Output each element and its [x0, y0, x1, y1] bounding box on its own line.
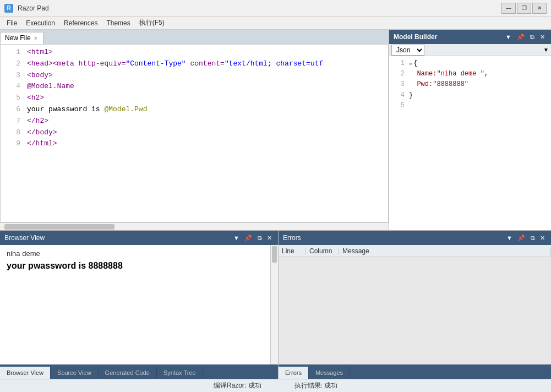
json-line-num-5: 5: [391, 101, 405, 111]
code-content-4: @Model.Name: [27, 81, 74, 92]
minimize-button[interactable]: —: [501, 3, 516, 14]
json-selector-bar: Json ▼: [389, 44, 551, 56]
tab-syntax-tree[interactable]: Syntax Tree: [157, 367, 203, 379]
code-content-9: </html>: [27, 138, 57, 150]
tab-source-view[interactable]: Source View: [51, 367, 99, 379]
code-line-4: 4 @Model.Name: [1, 81, 388, 92]
json-line-1: 1 ▬{: [389, 58, 551, 69]
model-builder-header: Model Builder ▼ 📌 ⧉ ✕: [389, 30, 551, 44]
close-button[interactable]: ✕: [532, 3, 547, 14]
model-builder-title: Model Builder: [394, 33, 437, 41]
tab-messages[interactable]: Messages: [309, 367, 350, 379]
errors-restore-icon[interactable]: ⧉: [529, 235, 537, 241]
json-line-num-1: 1: [391, 58, 405, 69]
title-bar: R Razor Pad — ❐ ✕: [0, 0, 551, 17]
json-line-num-2: 2: [391, 69, 405, 79]
tab-errors[interactable]: Errors: [279, 367, 309, 379]
code-editor[interactable]: 1 <html> 2 <head><meta http-equiv="Conte…: [0, 44, 389, 222]
menu-file[interactable]: File: [2, 18, 21, 28]
browser-view-tabs: Browser View Source View Generated Code …: [0, 364, 278, 379]
bottom-section: Browser View ▼ 📌 ⧉ ✕ niha deme your pwas…: [0, 230, 551, 379]
json-content-5: [409, 101, 413, 111]
tab-label: New File: [5, 34, 31, 42]
errors-col-line: Line: [279, 247, 306, 255]
browser-view-pin-icon[interactable]: 📌: [243, 235, 254, 241]
code-line-8: 8 </body>: [1, 127, 388, 139]
json-content-4: }: [409, 90, 413, 101]
menu-execution[interactable]: Execution: [21, 18, 59, 28]
browser-view-panel: Browser View ▼ 📌 ⧉ ✕ niha deme your pwas…: [0, 231, 279, 379]
code-line-3: 3 <body>: [1, 70, 388, 81]
errors-panel-header: Errors ▼ 📌 ⧉ ✕: [279, 231, 551, 245]
main-area: New File × 1 <html> 2 <head><meta http-e…: [0, 30, 551, 230]
json-content-3: Pwd:"8888888": [409, 79, 468, 90]
model-builder-restore-icon[interactable]: ⧉: [528, 34, 536, 41]
tab-close-icon[interactable]: ×: [33, 35, 39, 41]
code-content-2: <head><meta http-equiv="Content-Type" co…: [27, 58, 323, 70]
json-line-num-4: 4: [391, 90, 405, 101]
errors-col-message: Message: [339, 247, 551, 255]
code-content-8: </body>: [27, 127, 57, 139]
editor-hscroll[interactable]: [0, 222, 389, 230]
json-line-3: 3 Pwd:"8888888": [389, 79, 551, 90]
line-num-1: 1: [5, 47, 20, 58]
code-line-7: 7 </h2>: [1, 116, 388, 127]
code-content-3: <body>: [27, 70, 53, 81]
json-content-1: ▬{: [409, 58, 417, 69]
browser-view-controls: ▼ 📌 ⧉ ✕: [232, 234, 274, 242]
browser-view-content: niha deme your pwassword is 8888888: [0, 245, 278, 364]
line-num-3: 3: [5, 70, 20, 81]
browser-view-scrollbar[interactable]: [270, 245, 278, 364]
json-line-5: 5: [389, 101, 551, 111]
json-line-4: 4 }: [389, 90, 551, 101]
line-num-7: 7: [5, 116, 20, 127]
editor-hscroll-thumb: [4, 224, 114, 230]
editor-panel: New File × 1 <html> 2 <head><meta http-e…: [0, 30, 389, 230]
editor-tab-new-file[interactable]: New File ×: [0, 32, 43, 44]
window-controls: — ❐ ✕: [501, 3, 547, 14]
model-builder-pin-icon[interactable]: 📌: [515, 34, 526, 41]
errors-dropdown-icon[interactable]: ▼: [505, 235, 514, 241]
errors-col-column: Column: [306, 247, 339, 255]
tab-generated-code[interactable]: Generated Code: [99, 367, 157, 379]
restore-button[interactable]: ❐: [517, 3, 531, 14]
json-editor[interactable]: 1 ▬{ 2 Name:"niha deme ", 3 Pwd:"8888888…: [389, 56, 551, 230]
title-left: R Razor Pad: [4, 4, 49, 13]
code-content-1: <html>: [27, 47, 53, 58]
code-line-6: 6 your pwassword is @Model.Pwd: [1, 104, 388, 116]
errors-close-icon[interactable]: ✕: [538, 235, 547, 241]
model-builder-controls: ▼ 📌 ⧉ ✕: [504, 34, 547, 41]
model-builder-dropdown-icon[interactable]: ▼: [504, 34, 513, 40]
browser-view-close-icon[interactable]: ✕: [265, 235, 274, 241]
browser-view-scroll-thumb: [272, 246, 277, 263]
code-content-6: your pwassword is @Model.Pwd: [27, 104, 147, 116]
menu-execute[interactable]: 执行(F5): [135, 17, 169, 29]
code-line-2: 2 <head><meta http-equiv="Content-Type" …: [1, 58, 388, 70]
menu-themes[interactable]: Themes: [102, 18, 134, 28]
errors-pin-icon[interactable]: 📌: [516, 235, 527, 241]
code-line-1: 1 <html>: [1, 47, 388, 58]
browser-view-restore-icon[interactable]: ⧉: [256, 235, 264, 241]
model-builder-close-icon[interactable]: ✕: [538, 34, 547, 41]
line-num-5: 5: [5, 92, 20, 104]
code-content-7: </h2>: [27, 116, 48, 127]
code-content-5: <h2>: [27, 92, 44, 104]
line-num-6: 6: [5, 104, 20, 116]
menu-bar: File Execution References Themes 执行(F5): [0, 17, 551, 30]
browser-view-title: Browser View: [4, 234, 45, 242]
browser-view-header: Browser View ▼ 📌 ⧉ ✕: [0, 231, 278, 245]
json-line-num-3: 3: [391, 79, 405, 90]
errors-controls: ▼ 📌 ⧉ ✕: [505, 234, 547, 242]
line-num-2: 2: [5, 58, 20, 70]
browser-view-text1: niha deme: [7, 249, 271, 258]
app-title: Razor Pad: [18, 4, 49, 12]
json-type-selector[interactable]: Json: [391, 45, 424, 56]
code-line-9: 9 </html>: [1, 138, 388, 150]
code-line-5: 5 <h2>: [1, 92, 388, 104]
errors-tabs: Errors Messages: [279, 364, 551, 379]
browser-view-dropdown-icon[interactable]: ▼: [232, 235, 241, 241]
exec-label: 执行结果: 成功: [294, 381, 338, 390]
tab-browser-view[interactable]: Browser View: [0, 367, 51, 379]
menu-references[interactable]: References: [59, 18, 102, 28]
app-icon: R: [4, 4, 13, 13]
